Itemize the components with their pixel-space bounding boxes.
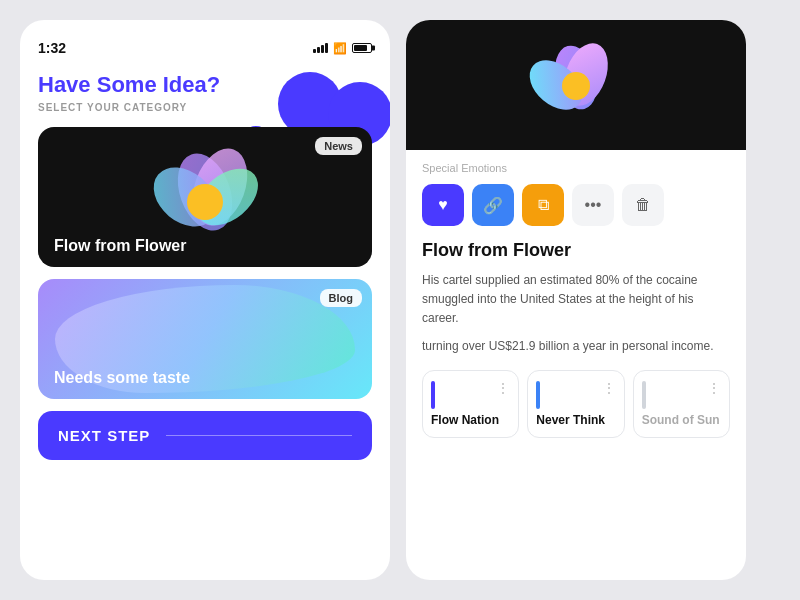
track-name-2: Never Think [536, 413, 615, 427]
status-time: 1:32 [38, 40, 66, 56]
trash-button[interactable]: 🗑 [622, 184, 664, 226]
heart-button[interactable]: ♥ [422, 184, 464, 226]
action-buttons: ♥ 🔗 ⧉ ••• 🗑 [422, 184, 730, 226]
left-panel: 1:32 📶 Have Some Idea? SELECT YOUR CATEG… [20, 20, 390, 580]
hero-section: Have Some Idea? SELECT YOUR CATEGORY [38, 72, 372, 113]
status-bar: 1:32 📶 [38, 40, 372, 56]
next-step-button[interactable]: NEXT STEP [38, 411, 372, 460]
track-name-1: Flow Nation [431, 413, 510, 427]
wifi-icon: 📶 [333, 42, 347, 55]
article-desc2: turning over US$21.9 billion a year in p… [422, 337, 730, 356]
copy-button[interactable]: ⧉ [522, 184, 564, 226]
blog-badge: Blog [320, 289, 362, 307]
track-card-1[interactable]: ⋮ Flow Nation [422, 370, 519, 438]
flower-illustration [145, 142, 265, 252]
right-top-image [406, 20, 746, 150]
track-card-3[interactable]: ⋮ Sound of Sun [633, 370, 730, 438]
track-header-1: ⋮ [431, 381, 510, 409]
news-card[interactable]: News Flow from Flower [38, 127, 372, 267]
track-card-2[interactable]: ⋮ Never Think [527, 370, 624, 438]
track-name-3: Sound of Sun [642, 413, 721, 427]
tracks-grid: ⋮ Flow Nation ⋮ Never Think ⋮ [422, 370, 730, 438]
next-step-line [166, 435, 352, 436]
blog-card[interactable]: Blog Needs some taste [38, 279, 372, 399]
link-button[interactable]: 🔗 [472, 184, 514, 226]
article-desc1: His cartel supplied an estimated 80% of … [422, 271, 730, 329]
track-header-2: ⋮ [536, 381, 615, 409]
right-content: Special Emotions ♥ 🔗 ⧉ ••• 🗑 Flow from F… [406, 150, 746, 580]
track-bar-1 [431, 381, 435, 409]
hero-title: Have Some Idea? [38, 72, 238, 98]
track-dots-3: ⋮ [707, 381, 721, 395]
signal-icon [313, 43, 328, 53]
special-emotions-label: Special Emotions [422, 162, 730, 174]
news-card-label: Flow from Flower [54, 237, 186, 255]
right-panel: Special Emotions ♥ 🔗 ⧉ ••• 🗑 Flow from F… [406, 20, 746, 580]
blog-card-label: Needs some taste [54, 369, 190, 387]
right-flower-illustration [526, 40, 626, 130]
track-bar-3 [642, 381, 646, 409]
track-dots-1: ⋮ [496, 381, 510, 395]
next-step-label: NEXT STEP [58, 427, 150, 444]
track-header-3: ⋮ [642, 381, 721, 409]
battery-icon [352, 43, 372, 53]
article-title: Flow from Flower [422, 240, 730, 261]
news-badge: News [315, 137, 362, 155]
more-button[interactable]: ••• [572, 184, 614, 226]
status-icons: 📶 [313, 42, 372, 55]
track-bar-2 [536, 381, 540, 409]
track-dots-2: ⋮ [602, 381, 616, 395]
